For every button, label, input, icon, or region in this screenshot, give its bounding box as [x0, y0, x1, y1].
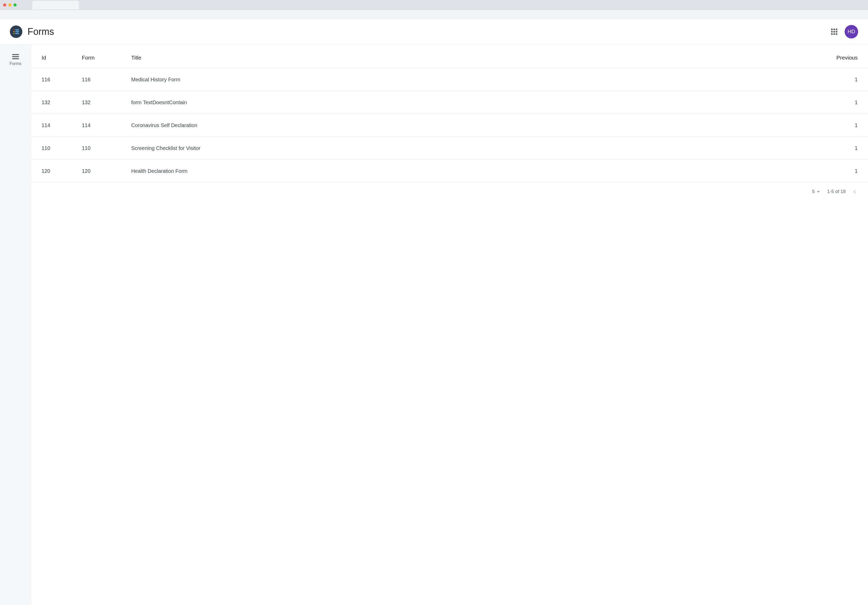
cell-id: 132	[42, 99, 82, 105]
page-range-label: 1-5 of 18	[827, 189, 846, 194]
table-row[interactable]: 132 132 form TextDoesntContain 1	[31, 91, 868, 114]
cell-previous: 1	[826, 77, 858, 83]
prev-page-button[interactable]	[853, 188, 858, 195]
list-icon	[12, 54, 19, 59]
column-header-title[interactable]: Title	[131, 54, 826, 61]
forms-table: Id Form Title Previous 116 116 Medical H…	[31, 44, 868, 183]
pagination: 5 1-5 of 18	[31, 183, 868, 197]
page-title: Forms	[28, 26, 831, 37]
cell-id: 116	[42, 77, 82, 83]
window-controls	[3, 3, 17, 6]
table-row[interactable]: 114 114 Coronavirus Self Declaration 1	[31, 114, 868, 137]
app-header: Forms HD	[0, 19, 868, 44]
window-close-button[interactable]	[3, 3, 6, 6]
page-size-value: 5	[812, 189, 815, 194]
column-header-form[interactable]: Form	[82, 54, 131, 61]
sidebar-item-label: Forms	[9, 61, 21, 66]
table-row[interactable]: 120 120 Health Declaration Form 1	[31, 160, 868, 183]
table-row[interactable]: 116 116 Medical History Form 1	[31, 68, 868, 91]
cell-title: Coronavirus Self Declaration	[131, 123, 826, 129]
chevron-left-icon	[854, 190, 857, 194]
column-header-id[interactable]: Id	[42, 54, 82, 61]
browser-tab[interactable]	[32, 1, 79, 9]
cell-title: Health Declaration Form	[131, 168, 826, 174]
column-header-previous[interactable]: Previous	[826, 54, 858, 61]
main-content: Id Form Title Previous 116 116 Medical H…	[31, 44, 868, 605]
cell-title: Medical History Form	[131, 77, 826, 83]
user-avatar[interactable]: HD	[845, 25, 858, 39]
table-row[interactable]: 110 110 Screening Checklist for Visitor …	[31, 137, 868, 160]
sidebar-item-forms[interactable]: Forms	[0, 52, 31, 68]
cell-previous: 1	[826, 168, 858, 174]
cell-id: 114	[42, 123, 82, 129]
page-size-select[interactable]: 5	[812, 189, 820, 194]
cell-id: 120	[42, 168, 82, 174]
cell-title: Screening Checklist for Visitor	[131, 145, 826, 151]
browser-chrome	[0, 0, 868, 10]
app-body: Forms Id Form Title Previous 116 116 Med…	[0, 44, 868, 605]
cell-form: 132	[82, 99, 131, 105]
cell-form: 120	[82, 168, 131, 174]
table-header-row: Id Form Title Previous	[31, 44, 868, 68]
cell-previous: 1	[826, 145, 858, 151]
cell-id: 110	[42, 145, 82, 151]
browser-toolbar	[0, 10, 868, 19]
window-maximize-button[interactable]	[14, 3, 17, 6]
cell-form: 110	[82, 145, 131, 151]
cell-title: form TextDoesntContain	[131, 99, 826, 105]
cell-previous: 1	[826, 123, 858, 129]
cell-form: 116	[82, 77, 131, 83]
cell-previous: 1	[826, 99, 858, 105]
sidebar: Forms	[0, 44, 31, 605]
window-minimize-button[interactable]	[8, 3, 11, 6]
header-actions: HD	[831, 25, 858, 39]
chevron-down-icon	[817, 191, 820, 192]
app-logo-icon	[10, 25, 22, 38]
cell-form: 114	[82, 123, 131, 129]
apps-grid-icon[interactable]	[831, 29, 837, 35]
